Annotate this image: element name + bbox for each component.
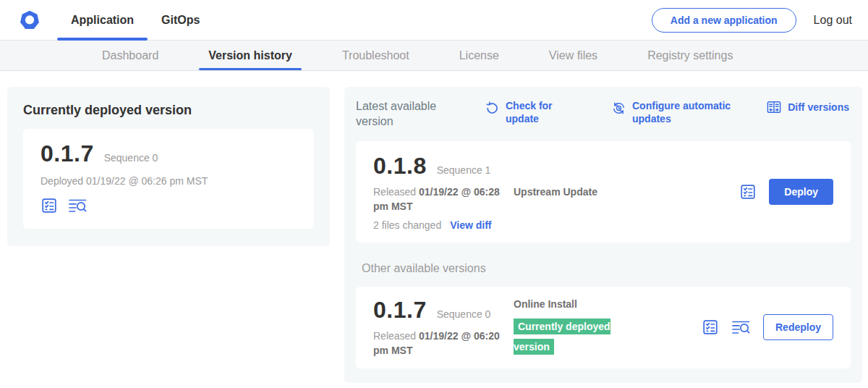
- deploy-logs-icon[interactable]: [731, 319, 751, 336]
- latest-sequence-label: Sequence 1: [437, 164, 491, 176]
- top-tabs: Application GitOps: [57, 0, 213, 40]
- tab-application-label: Application: [71, 14, 134, 27]
- other-sequence-label: Sequence 0: [437, 308, 491, 320]
- deployed-timestamp: Deployed 01/19/22 @ 06:26 pm MST: [41, 175, 297, 187]
- currently-deployed-badge: Currently deployed version: [514, 319, 610, 355]
- logout-link[interactable]: Log out: [814, 14, 856, 27]
- version-source-label: Online Install: [514, 298, 702, 310]
- version-config-icon[interactable]: [739, 183, 757, 201]
- diff-versions-button[interactable]: Diff versions: [766, 99, 849, 115]
- tab-application[interactable]: Application: [57, 0, 148, 40]
- view-diff-link[interactable]: View diff: [450, 219, 491, 231]
- subnav-item-view-files[interactable]: View files: [549, 41, 597, 70]
- latest-available-panel: Latest available version Check for updat…: [344, 87, 862, 383]
- redeploy-button[interactable]: Redeploy: [763, 314, 833, 340]
- tab-gitops-label: GitOps: [161, 14, 200, 27]
- deployed-version-number: 0.1.7: [41, 140, 94, 167]
- version-config-icon[interactable]: [702, 319, 719, 336]
- latest-version-number: 0.1.8: [373, 153, 427, 180]
- tab-gitops[interactable]: GitOps: [148, 0, 213, 40]
- other-version-number: 0.1.7: [373, 297, 427, 324]
- latest-available-title: Latest available version: [356, 99, 466, 130]
- latest-released-timestamp: Released 01/19/22 @ 06:28 pm MST: [373, 185, 509, 214]
- deployed-sequence-label: Sequence 0: [104, 152, 158, 164]
- refresh-icon: [485, 99, 500, 116]
- version-row-other: 0.1.7 Sequence 0 Released 01/19/22 @ 06:…: [356, 287, 851, 368]
- check-for-update-button[interactable]: Check for update: [485, 99, 559, 125]
- deploy-logs-icon[interactable]: [68, 197, 88, 214]
- subnav-item-dashboard[interactable]: Dashboard: [102, 41, 158, 70]
- diff-versions-icon: [766, 99, 782, 115]
- version-source-label: Upstream Update: [514, 186, 597, 198]
- app-subnav: Dashboard Version history Troubleshoot L…: [0, 41, 868, 71]
- subnav-item-troubleshoot[interactable]: Troubleshoot: [342, 41, 409, 70]
- deployed-version-card: 0.1.7 Sequence 0 Deployed 01/19/22 @ 06:…: [23, 129, 314, 229]
- currently-deployed-title: Currently deployed version: [23, 103, 314, 118]
- files-changed-count: 2 files changed: [373, 219, 441, 231]
- subnav-item-registry-settings[interactable]: Registry settings: [647, 41, 733, 70]
- version-row-latest: 0.1.8 Sequence 1 Released 01/19/22 @ 06:…: [356, 141, 851, 243]
- add-new-application-button[interactable]: Add a new application: [652, 8, 796, 33]
- version-config-icon[interactable]: [41, 197, 58, 214]
- subnav-item-license[interactable]: License: [459, 41, 499, 70]
- auto-update-icon: [611, 99, 626, 116]
- app-logo-icon: [18, 9, 41, 32]
- other-versions-title: Other available versions: [362, 262, 851, 275]
- top-navbar: Application GitOps Add a new application…: [0, 0, 868, 41]
- subnav-item-version-history[interactable]: Version history: [208, 41, 292, 70]
- topbar-right: Add a new application Log out: [652, 8, 856, 33]
- other-released-timestamp: Released 01/19/22 @ 06:20 pm MST: [373, 329, 509, 358]
- currently-deployed-panel: Currently deployed version 0.1.7 Sequenc…: [7, 87, 330, 246]
- deploy-button[interactable]: Deploy: [769, 179, 833, 205]
- configure-automatic-updates-button[interactable]: Configure automatic updates: [611, 99, 741, 125]
- version-history-page: Currently deployed version 0.1.7 Sequenc…: [0, 71, 868, 383]
